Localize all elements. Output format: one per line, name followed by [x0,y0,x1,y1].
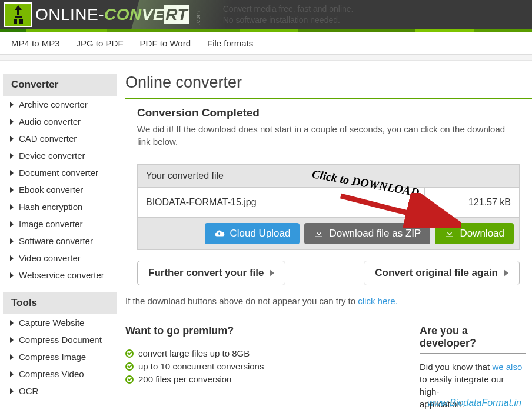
chevron-right-icon [10,136,14,142]
click-here-link[interactable]: click here. [358,296,398,306]
sidebar-item-device[interactable]: Device converter [3,147,117,164]
topnav-jpg-pdf[interactable]: JPG to PDF [68,38,132,48]
topnav-pdf-word[interactable]: PDF to Word [132,38,199,48]
tagline: Convert media free, fast and online. No … [223,4,354,25]
download-icon [314,228,324,239]
sidebar-item-ebook[interactable]: Ebook converter [3,181,117,198]
developer-section: Are you a developer? Did you know that w… [420,325,526,413]
chevron-right-icon [10,320,14,326]
developer-heading: Are you a developer? [420,325,526,354]
sidebar-head-tools: Tools [3,292,117,314]
chevron-right-icon [10,354,14,360]
chevron-right-icon [10,337,14,343]
tools-list: Capture Website Compress Document Compre… [3,314,117,399]
status-heading: Conversion Completed [125,106,532,119]
top-nav: MP4 to MP3 JPG to PDF PDF to Word File f… [0,32,532,55]
sidebar-item-image[interactable]: Image converter [3,215,117,232]
chevron-right-icon [10,170,14,176]
sidebar-item-capture[interactable]: Capture Website [3,314,117,331]
sidebar-item-compress-doc[interactable]: Compress Document [3,331,117,348]
file-row: BIODATA-FORMAT-15.jpg 121.57 kB [138,187,519,217]
chevron-right-icon [10,119,14,125]
developer-text: Did you know that we also to easily inte… [420,361,526,413]
check-icon [125,362,134,371]
chevron-right-icon [270,269,274,277]
sidebar-item-ocr[interactable]: OCR [3,382,117,399]
file-name: BIODATA-FORMAT-15.jpg [138,188,425,217]
download-button[interactable]: Download [435,223,514,244]
chevron-right-icon [10,371,14,377]
premium-features: convert large files up to 8GB up to 10 c… [125,348,384,384]
further-convert-button[interactable]: Further convert your file [137,261,285,285]
sidebar-item-document[interactable]: Document converter [3,164,117,181]
site-logo[interactable]: ONLINE-CONVERT.com [0,0,205,29]
sidebar-item-compress-vid[interactable]: Compress Video [3,365,117,382]
sidebar-item-archive[interactable]: Archive converter [3,96,117,113]
convert-again-button[interactable]: Convert original file again [364,261,520,285]
chevron-right-icon [10,388,14,394]
cloud-upload-button[interactable]: Cloud Upload [205,223,300,244]
separator-bar [0,55,532,61]
file-table-header: Your converted file [138,165,519,187]
topnav-mp4-mp3[interactable]: MP4 to MP3 [3,38,68,48]
topnav-file-formats[interactable]: File formats [199,38,261,48]
feature-item: up to 10 concurrent conversions [125,361,384,371]
cloud-upload-icon [214,228,225,239]
download-icon [444,228,455,239]
check-icon [125,375,134,384]
chevron-right-icon [10,102,14,108]
sidebar-item-video[interactable]: Video converter [3,249,117,267]
file-actions: Cloud Upload Download file as ZIP Downlo… [138,217,519,249]
logo-icon [4,2,32,27]
chevron-right-icon [10,255,14,261]
fallback-note: If the download buttons above do not app… [125,296,532,306]
secondary-actions: Further convert your file Convert origin… [137,261,520,285]
chevron-right-icon [10,238,14,244]
chevron-right-icon [10,153,14,159]
premium-heading: Want to go premium? [125,325,384,341]
file-size: 121.57 kB [425,188,519,217]
download-zip-button[interactable]: Download file as ZIP [304,223,430,244]
sidebar-item-cad[interactable]: CAD converter [3,130,117,147]
check-icon [125,349,134,358]
converter-list: Archive converter Audio converter CAD co… [3,96,117,284]
converted-file-panel: Your converted file BIODATA-FORMAT-15.jp… [137,164,520,250]
sidebar-item-audio[interactable]: Audio converter [3,113,117,130]
status-text: We did it! If the download does not star… [125,123,532,148]
sidebar-item-compress-img[interactable]: Compress Image [3,348,117,365]
page-title: Online converter [125,74,532,92]
sidebar-head-converter: Converter [3,74,117,96]
header-bar: ONLINE-CONVERT.com Convert media free, f… [0,0,532,29]
chevron-right-icon [10,221,14,227]
main-content: Online converter Conversion Completed We… [125,74,532,413]
we-also-link[interactable]: we also [492,362,522,372]
title-underline [125,98,532,99]
sidebar-item-software[interactable]: Software converter [3,232,117,249]
sidebar: Converter Archive converter Audio conver… [3,74,117,413]
chevron-right-icon [10,187,14,193]
chevron-right-icon [504,269,508,277]
sidebar-item-webservice[interactable]: Webservice converter [3,267,117,284]
feature-item: convert large files up to 8GB [125,348,384,358]
sidebar-item-hash[interactable]: Hash encryption [3,198,117,215]
chevron-right-icon [10,204,14,210]
logo-text: ONLINE-CONVERT.com [35,5,205,24]
feature-item: 200 files per conversion [125,374,384,384]
premium-section: Want to go premium? convert large files … [125,325,384,413]
chevron-right-icon [10,272,14,278]
